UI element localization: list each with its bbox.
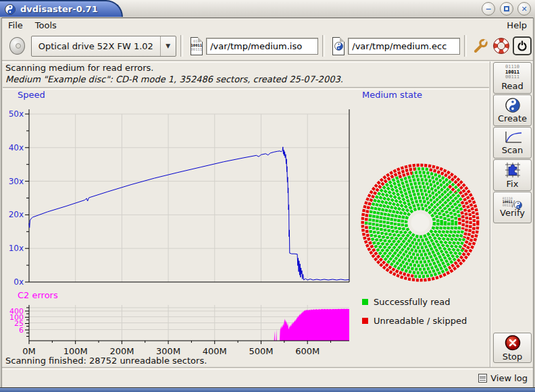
stop-icon [505, 335, 521, 351]
view-log-label: View log [490, 373, 528, 383]
svg-text:6: 6 [19, 326, 24, 335]
verify-button[interactable]: 01110 10011 00111 / Verify [493, 192, 532, 223]
yinyang-icon [505, 98, 520, 113]
close-button[interactable]: ✕ [517, 2, 531, 16]
footer: View log [2, 368, 533, 388]
verify-button-label: Verify [500, 208, 525, 218]
svg-text:0x: 0x [14, 277, 24, 287]
ecc-file-input[interactable] [348, 38, 460, 55]
legend-bad-label: Unreadable / skipped [374, 316, 467, 326]
svg-text:30x: 30x [9, 177, 24, 186]
window-title: dvdisaster-0.71 [20, 4, 98, 14]
image-file-icon: 011 10011 00111 [190, 37, 203, 55]
application-window: dvdisaster-0.71 − ✕ File Tools Help Opti… [0, 0, 535, 392]
svg-text:100M: 100M [63, 346, 88, 356]
svg-text:200M: 200M [109, 346, 134, 356]
legend-ok-label: Successfully read [374, 297, 450, 307]
puzzle-piece-icon [505, 162, 521, 178]
stop-button[interactable]: Stop [493, 333, 532, 363]
icon-text: 00111 [503, 204, 513, 207]
icon-text: 00111 [505, 75, 519, 80]
verify-icon: 01110 10011 00111 / [503, 197, 522, 208]
speed-chart: 0x10x20x30x40x50x [5, 92, 358, 294]
menu-tools[interactable]: Tools [29, 19, 63, 32]
menu-help[interactable]: Help [501, 19, 533, 32]
toolbar-separator [180, 35, 183, 57]
maximize-button[interactable] [500, 2, 513, 16]
fix-button[interactable]: Fix [493, 159, 532, 191]
svg-text:500M: 500M [249, 346, 273, 356]
yinyang-icon [514, 201, 522, 209]
view-log-button[interactable]: View log [476, 372, 533, 385]
scan-curve-icon [503, 131, 522, 144]
preferences-button[interactable] [472, 36, 490, 56]
window-border-bottom [0, 387, 535, 392]
power-icon [515, 39, 529, 53]
svg-text:10x: 10x [9, 244, 24, 253]
medium-state-disc [360, 163, 480, 283]
window-border-left [0, 18, 2, 388]
svg-text:20x: 20x [9, 210, 24, 219]
menubar: File Tools Help [2, 18, 533, 32]
wrench-icon [472, 37, 490, 55]
binary-icon: 01110 10011 00111 [505, 65, 519, 80]
status-line-1: Scanning medium for read errors. [5, 63, 153, 73]
close-icon: ✕ [521, 5, 527, 13]
titlebar[interactable]: dvdisaster-0.71 − ✕ [0, 0, 535, 18]
scan-result-status: Scanning finished: 28752 unreadable sect… [5, 356, 207, 366]
svg-text:40x: 40x [9, 143, 24, 152]
log-icon [478, 374, 487, 383]
sidebar-divider [490, 61, 491, 368]
svg-text:600M: 600M [295, 346, 320, 356]
medium-state-title: Medium state [362, 90, 422, 100]
ecc-file-icon [332, 37, 345, 55]
toolbar-separator [322, 35, 325, 57]
status-line-2: Medium "Example disc": CD-R mode 1, 3524… [5, 74, 343, 84]
icon-text: 00111 [191, 48, 203, 52]
svg-text:400M: 400M [203, 346, 227, 356]
app-yinyang-icon [5, 4, 16, 15]
image-file-input[interactable] [206, 38, 318, 55]
c2-errors-chart: 4001002560M100M200M300M400M500M600M [5, 301, 358, 360]
minimize-button[interactable]: − [482, 2, 495, 16]
quit-button[interactable] [513, 36, 532, 56]
legend-red-swatch [362, 318, 368, 324]
chevron-down-icon: ▼ [160, 36, 176, 56]
svg-text:50x: 50x [9, 109, 24, 119]
fix-button-label: Fix [507, 179, 519, 189]
scan-button[interactable]: Scan [493, 127, 532, 159]
minimize-icon: − [485, 5, 491, 13]
titlebar-tab: dvdisaster-0.71 [0, 0, 123, 17]
create-button-label: Create [498, 113, 527, 123]
drive-icon [9, 37, 25, 55]
drive-selector[interactable]: Optical drive 52X FW 1.02 ▼ [31, 36, 176, 57]
menu-file[interactable]: File [2, 19, 29, 32]
read-button-label: Read [501, 81, 524, 91]
read-button[interactable]: 01110 10011 00111 Read [493, 62, 532, 94]
stop-button-label: Stop [503, 352, 523, 362]
svg-text:0M: 0M [22, 346, 36, 356]
legend-green-swatch [362, 299, 368, 305]
scan-button-label: Scan [502, 145, 524, 155]
drive-selector-value: Optical drive 52X FW 1.02 [32, 41, 160, 51]
medium-state-legend: Successfully read Unreadable / skipped [362, 297, 467, 335]
svg-text:300M: 300M [156, 346, 180, 356]
maximize-icon [504, 6, 509, 11]
yinyang-icon [334, 42, 343, 51]
create-button[interactable]: Create [493, 94, 532, 126]
help-button[interactable] [492, 36, 510, 56]
lifebuoy-icon [492, 37, 510, 55]
toolbar-separator [464, 35, 467, 57]
toolbar: Optical drive 52X FW 1.02 ▼ 011 10011 00… [2, 32, 533, 59]
